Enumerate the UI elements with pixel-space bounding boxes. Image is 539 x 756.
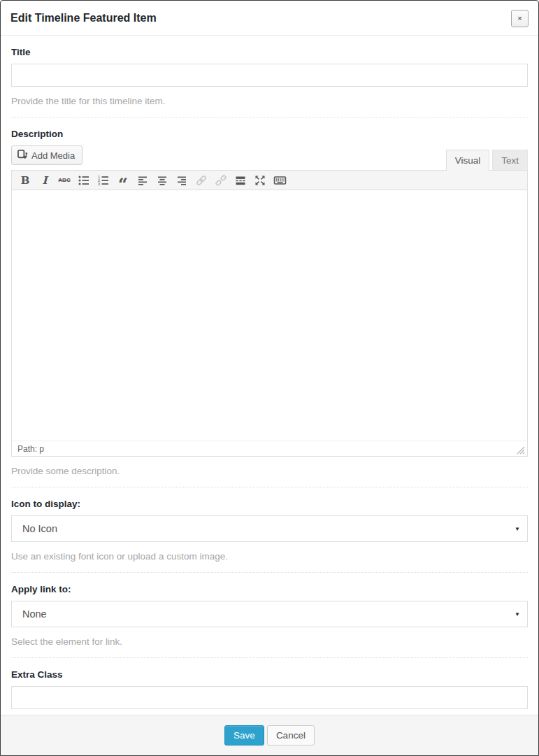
section-divider	[11, 487, 528, 487]
editor-resize-handle[interactable]	[517, 445, 525, 457]
add-media-label: Add Media	[31, 150, 75, 161]
chevron-down-icon: ▼	[515, 611, 520, 618]
link-label: Apply link to:	[11, 584, 528, 594]
editor-path-status: Path: p	[17, 444, 44, 454]
edit-timeline-featured-item-modal: Edit Timeline Featured Item × Title Prov…	[0, 0, 539, 756]
description-label: Description	[11, 129, 528, 139]
modal-footer: Save Cancel	[1, 715, 538, 755]
link-select[interactable]: None ▼	[11, 601, 528, 627]
modal-title: Edit Timeline Featured Item	[10, 12, 157, 24]
italic-icon[interactable]: I	[36, 173, 54, 188]
toolbar-toggle-icon[interactable]	[271, 173, 289, 188]
media-note-icon	[17, 149, 28, 162]
icon-label: Icon to display:	[11, 499, 528, 509]
icon-select[interactable]: No Icon ▼	[11, 515, 528, 542]
editor-status-bar: Path: p	[12, 441, 527, 456]
modal-body: Title Provide the title for this timelin…	[1, 36, 538, 715]
align-left-icon[interactable]	[134, 173, 152, 188]
bold-icon[interactable]: B	[16, 173, 34, 188]
editor-content-area[interactable]	[12, 190, 527, 441]
align-right-icon[interactable]	[173, 173, 191, 188]
chevron-down-icon: ▼	[515, 526, 520, 532]
link-help: Select the element for link.	[11, 636, 528, 647]
title-help: Provide the title for this timeline item…	[11, 96, 528, 106]
editor-tabs: Visual Text	[443, 150, 528, 171]
cancel-button[interactable]: Cancel	[267, 725, 315, 746]
extra-class-input[interactable]	[11, 686, 528, 709]
svg-text:3: 3	[98, 182, 100, 186]
align-center-icon[interactable]	[153, 173, 171, 188]
add-media-button[interactable]: Add Media	[11, 145, 82, 165]
bullet-list-icon[interactable]	[75, 173, 93, 188]
strikethrough-icon[interactable]: ABC	[55, 173, 73, 188]
section-divider	[11, 657, 528, 658]
title-input[interactable]	[11, 64, 528, 87]
description-editor: B I ABC 1 2 3	[11, 170, 528, 457]
blockquote-icon[interactable]: “	[114, 173, 132, 188]
extra-class-label: Extra Class	[11, 669, 528, 680]
editor-toolbar: B I ABC 1 2 3	[12, 171, 527, 190]
link-select-value: None	[22, 608, 47, 620]
fullscreen-icon[interactable]	[251, 173, 269, 188]
tab-visual[interactable]: Visual	[446, 150, 490, 171]
unlink-icon[interactable]	[212, 173, 230, 188]
save-button[interactable]: Save	[224, 725, 264, 746]
icon-help: Use an existing font icon or upload a cu…	[11, 551, 528, 562]
title-label: Title	[11, 47, 528, 57]
close-icon: ×	[517, 14, 522, 22]
media-tab-row: Add Media Visual Text	[11, 145, 528, 170]
icon-select-value: No Icon	[22, 523, 57, 534]
numbered-list-icon[interactable]: 1 2 3	[94, 173, 113, 188]
link-icon[interactable]	[192, 173, 210, 188]
section-divider	[11, 117, 528, 117]
more-tag-icon[interactable]	[231, 173, 250, 188]
tab-text[interactable]: Text	[492, 150, 528, 171]
section-divider	[11, 572, 528, 573]
close-button[interactable]: ×	[511, 10, 529, 27]
modal-header: Edit Timeline Featured Item ×	[1, 1, 538, 36]
description-help: Provide some description.	[11, 466, 528, 476]
